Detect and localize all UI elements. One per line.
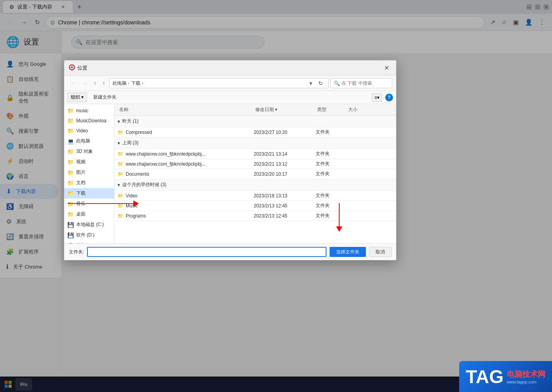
breadcrumb-downloads: 下载 [131, 80, 140, 87]
cancel-button[interactable]: 取消 [369, 247, 391, 257]
file-row[interactable]: 📁Video 2023/2/18 13:13 文件夹 [115, 191, 396, 201]
breadcrumb-dropdown-button[interactable]: ▾ [307, 79, 314, 88]
file-name-1-2: 📁Documents [118, 171, 254, 177]
refresh-button[interactable]: ↻ [316, 79, 325, 88]
file-icon-1-2: 📁 [118, 171, 123, 177]
col-date: 修改日期 ▾ [254, 106, 316, 114]
col-type: 类型 [316, 106, 347, 114]
dialog-sidebar-item-6[interactable]: 📁图片 [64, 167, 114, 178]
dialog-sidebar-item-13[interactable]: 🌐网络 [64, 240, 114, 243]
file-icon-1-0: 📁 [118, 151, 123, 157]
sidebar-item-label-4: 3D 对象 [76, 148, 93, 155]
dialog-sidebar-item-5[interactable]: 📁视频 [64, 157, 114, 167]
dialog-sidebar-item-11[interactable]: 💾本地磁盘 (C:) [64, 219, 114, 230]
dialog-search-input[interactable] [342, 80, 389, 86]
group-label-2: 这个月的早些时候 (3) [122, 181, 166, 188]
help-button[interactable]: ? [385, 94, 393, 101]
dialog-search-icon: 🔍 [334, 80, 340, 86]
file-icon-2-0: 📁 [118, 193, 123, 199]
file-dialog: 位置 ✕ ← → ↑ ↑ 此电脑 › 下载 › ▾ ↻ 🔍 组织 ▾ 新建文件夹… [64, 60, 396, 260]
sidebar-item-label-3: 此电脑 [76, 138, 90, 144]
file-row[interactable]: 📁Compressed 2023/2/27 10:20 文件夹 [115, 127, 396, 137]
group-label-0: 昨天 (1) [122, 118, 138, 125]
sidebar-item-icon-8: 📁 [67, 190, 74, 197]
tag-main-text: 电脑技术网 [507, 369, 545, 380]
folder-label: 文件夹: [69, 249, 84, 255]
dialog-titlebar: 位置 ✕ [64, 60, 396, 76]
file-date-1-0: 2023/2/21 13:14 [254, 151, 316, 157]
folder-input[interactable] [87, 247, 326, 257]
file-list-header: 名称 修改日期 ▾ 类型 大小 [115, 104, 396, 116]
dialog-forward-button[interactable]: → [80, 79, 90, 88]
sidebar-item-icon-11: 💾 [67, 222, 74, 228]
breadcrumb-chevron-2: › [142, 80, 144, 86]
select-folder-button[interactable]: 选择文件夹 [330, 247, 366, 257]
dialog-sidebar-item-10[interactable]: 📁桌面 [64, 209, 114, 219]
file-date-0-0: 2023/2/27 10:20 [254, 130, 316, 135]
file-row[interactable]: 📁www.chajianxw.com_fjbknnledpckpbj... 20… [115, 149, 396, 159]
file-row[interactable]: 📁www.chajianxw.com_fjbknnledpckpbj... 20… [115, 159, 396, 169]
sidebar-item-icon-13: 🌐 [67, 243, 74, 244]
dialog-sidebar-item-8[interactable]: 📁下载 [64, 188, 114, 199]
file-icon-2-2: 📁 [118, 213, 123, 219]
dialog-nav-up-button[interactable]: ↑ [100, 79, 108, 88]
dialog-sidebar-item-4[interactable]: 📁3D 对象 [64, 146, 114, 157]
file-type-1-2: 文件夹 [316, 171, 347, 177]
file-list-content: ▾昨天 (1) 📁Compressed 2023/2/27 10:20 文件夹 … [115, 116, 396, 221]
tag-logo: TAG [466, 366, 504, 387]
file-date-2-1: 2023/2/13 12:45 [254, 203, 316, 209]
file-date-2-2: 2023/2/13 12:45 [254, 213, 316, 219]
dialog-file-list: 名称 修改日期 ▾ 类型 大小 ▾昨天 (1) 📁Compressed 2023… [115, 104, 396, 243]
dialog-org-toolbar: 组织 ▾ 新建文件夹 ≡▾ ? [64, 91, 396, 104]
dialog-body: 📁music📁MusicDownloa📁Video💻此电脑📁3D 对象📁视频📁图… [64, 104, 396, 243]
new-folder-button[interactable]: 新建文件夹 [90, 93, 120, 102]
file-row[interactable]: 📁Music 2023/2/13 12:45 文件夹 [115, 201, 396, 211]
file-row[interactable]: 📁Programs 2023/2/13 12:45 文件夹 [115, 211, 396, 221]
file-date-1-2: 2023/2/20 10:17 [254, 171, 316, 177]
file-type-1-0: 文件夹 [316, 151, 347, 157]
sidebar-item-label-0: music [76, 108, 88, 113]
dialog-chrome-logo [69, 64, 75, 72]
tag-sub-text: www.tagxp.com [507, 380, 545, 384]
dialog-back-button[interactable]: ← [68, 79, 78, 88]
dialog-up-button[interactable]: ↑ [91, 79, 99, 88]
dialog-sidebar-item-1[interactable]: 📁MusicDownloa [64, 116, 114, 126]
watermark: TAG 电脑技术网 www.tagxp.com [459, 361, 552, 392]
file-icon-0-0: 📁 [118, 130, 123, 135]
dialog-close-button[interactable]: ✕ [382, 63, 391, 72]
sidebar-item-icon-10: 📁 [67, 211, 74, 217]
sidebar-item-label-2: Video [76, 128, 88, 134]
file-type-2-0: 文件夹 [316, 192, 347, 199]
organize-button[interactable]: 组织 ▾ [67, 92, 87, 102]
dialog-sidebar-item-0[interactable]: 📁music [64, 106, 114, 116]
group-label-1: 上周 (3) [122, 140, 138, 146]
sidebar-item-icon-5: 📁 [67, 159, 74, 165]
file-row[interactable]: 📁Documents 2023/2/20 10:17 文件夹 [115, 169, 396, 179]
file-name-2-2: 📁Programs [118, 213, 254, 219]
dialog-title: 位置 [77, 65, 382, 72]
view-button[interactable]: ≡▾ [372, 93, 382, 102]
file-name-1-1: 📁www.chajianxw.com_fjbknnledpckpbj... [118, 161, 254, 167]
group-header-0[interactable]: ▾昨天 (1) [115, 116, 396, 127]
sidebar-item-icon-12: 💾 [67, 232, 74, 238]
sidebar-item-label-12: 软件 (D:) [76, 232, 94, 238]
sidebar-item-label-5: 视频 [76, 159, 85, 165]
file-name-1-0: 📁www.chajianxw.com_fjbknnledpckpbj... [118, 151, 254, 157]
dialog-sidebar-item-7[interactable]: 📁文档 [64, 178, 114, 188]
sidebar-item-label-6: 图片 [76, 169, 85, 176]
dialog-sidebar-item-2[interactable]: 📁Video [64, 126, 114, 136]
group-header-2[interactable]: ▾这个月的早些时候 (3) [115, 179, 396, 191]
dialog-sidebar-item-3[interactable]: 💻此电脑 [64, 136, 114, 146]
sidebar-item-label-10: 桌面 [76, 211, 85, 217]
sidebar-item-icon-2: 📁 [67, 128, 74, 134]
sidebar-item-label-8: 下载 [76, 190, 85, 197]
col-name: 名称 [118, 106, 254, 114]
sidebar-item-icon-4: 📁 [67, 149, 74, 155]
dialog-sidebar: 📁music📁MusicDownloa📁Video💻此电脑📁3D 对象📁视频📁图… [64, 104, 115, 243]
group-header-1[interactable]: ▾上周 (3) [115, 137, 396, 149]
breadcrumb-computer: 此电脑 [113, 80, 126, 87]
sidebar-item-label-1: MusicDownloa [76, 118, 106, 123]
group-chevron-0: ▾ [118, 119, 120, 124]
file-name-2-0: 📁Video [118, 193, 254, 199]
dialog-sidebar-item-12[interactable]: 💾软件 (D:) [64, 230, 114, 240]
